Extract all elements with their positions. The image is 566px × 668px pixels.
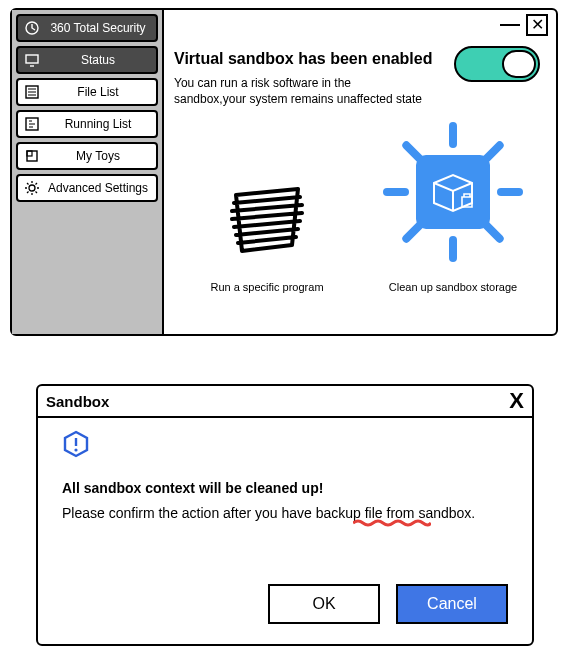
sidebar-item-advanced[interactable]: Advanced Settings	[16, 174, 158, 202]
sidebar-item-label: Status	[46, 53, 150, 67]
toggle-knob	[502, 50, 536, 78]
shield-icon	[24, 20, 40, 36]
sidebar-item-title[interactable]: 360 Total Security	[16, 14, 158, 42]
main-subheading: You can run a risk software in the sandb…	[174, 76, 424, 107]
dialog-titlebar: Sandbox X	[38, 386, 532, 418]
storage-box-icon	[416, 155, 490, 229]
cancel-button[interactable]: Cancel	[396, 584, 508, 624]
ok-button[interactable]: OK	[268, 584, 380, 624]
monitor-icon	[24, 52, 40, 68]
sidebar: 360 Total Security Status File List Runn…	[12, 10, 164, 334]
dialog-message-1: All sandbox context will be cleaned up!	[62, 480, 508, 496]
sidebar-item-mytoys[interactable]: My Toys	[16, 142, 158, 170]
sidebar-item-label: Advanced Settings	[46, 181, 150, 195]
close-icon[interactable]: X	[509, 388, 524, 414]
dialog-message-2: Please confirm the action after you have…	[62, 504, 508, 524]
sidebar-item-filelist[interactable]: File List	[16, 78, 158, 106]
svg-rect-1	[26, 55, 38, 63]
window-controls: ✕	[500, 14, 548, 36]
list-icon	[24, 84, 40, 100]
dialog-buttons: OK Cancel	[38, 584, 532, 644]
run-program-card[interactable]: Run a specific program	[192, 183, 342, 293]
minimize-icon[interactable]	[500, 24, 520, 26]
spellcheck-squiggle-icon	[353, 519, 431, 527]
main-window: 360 Total Security Status File List Runn…	[10, 8, 558, 336]
svg-line-13	[27, 192, 29, 194]
svg-point-17	[74, 448, 77, 451]
sidebar-item-label: Running List	[46, 117, 150, 131]
burst-icon	[378, 117, 528, 267]
svg-rect-5	[27, 151, 32, 156]
svg-point-6	[29, 185, 35, 191]
sidebar-item-running[interactable]: Running List	[16, 110, 158, 138]
close-icon[interactable]: ✕	[526, 14, 548, 36]
svg-line-14	[36, 183, 38, 185]
content-pane: ✕ Virtual sandbox has been enabled You c…	[164, 10, 556, 334]
running-icon	[24, 116, 40, 132]
card-caption: Run a specific program	[192, 281, 342, 293]
action-cards: Run a specific program	[174, 137, 546, 293]
dialog-title: Sandbox	[46, 393, 109, 410]
sidebar-item-label: My Toys	[46, 149, 150, 163]
confirm-dialog: Sandbox X All sandbox context will be cl…	[36, 384, 534, 646]
sandbox-toggle[interactable]	[454, 46, 540, 82]
sidebar-item-label: 360 Total Security	[46, 21, 150, 35]
svg-line-11	[27, 183, 29, 185]
gear-icon	[24, 180, 40, 196]
card-caption: Clean up sandbox storage	[378, 281, 528, 293]
cleanup-card[interactable]: Clean up sandbox storage	[378, 137, 528, 293]
toys-icon	[24, 148, 40, 164]
scribble-icon	[222, 183, 312, 263]
svg-line-12	[36, 192, 38, 194]
warning-icon	[62, 430, 90, 458]
sidebar-item-label: File List	[46, 85, 150, 99]
dialog-body: All sandbox context will be cleaned up! …	[38, 418, 532, 584]
sidebar-item-status[interactable]: Status	[16, 46, 158, 74]
